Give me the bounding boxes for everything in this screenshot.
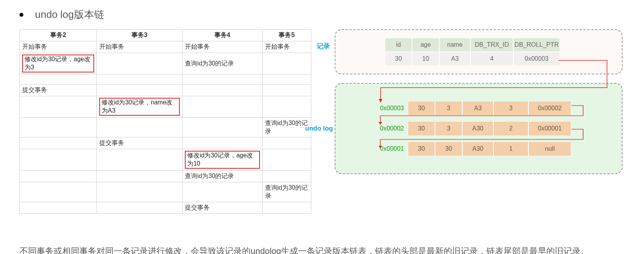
tx-cell xyxy=(20,182,97,202)
tx-cell: 开始事务 xyxy=(182,41,262,53)
undo-address: 0x00001 xyxy=(374,145,404,152)
tx-row: 提交事务 xyxy=(20,85,311,96)
undo-log-label: undo log xyxy=(305,125,333,132)
tx-row xyxy=(20,74,311,85)
tx-row: 查询id为30的记录 xyxy=(20,171,311,182)
undo-row: 0x00002303A3020x00001 xyxy=(374,121,613,136)
record-box: 记录 id age name DB_TRX_ID DB_ROLL_PTR 30 … xyxy=(335,29,623,74)
tx-cell: 查询id为30的记录 xyxy=(262,118,311,138)
tx-row: 修改id为30记录，age改为3查询id为30的记录 xyxy=(20,53,311,74)
tx-row: 修改id为30记录，name改为A3 xyxy=(20,96,311,118)
undo-cell: 3 xyxy=(435,121,462,136)
tx-cell: 查询id为30的记录 xyxy=(262,182,311,202)
tx-cell xyxy=(97,182,182,202)
tx-cell: 查询id为30的记录 xyxy=(182,53,262,74)
tx-cell xyxy=(20,138,97,149)
tx-cell: 开始事务 xyxy=(97,41,182,53)
undo-cell: 30 xyxy=(408,101,435,116)
tx-cell xyxy=(182,182,262,202)
bottom-paragraph: 不同事务或相同事务对同一条记录进行修改，会导致该记录的undolog生成一条记录… xyxy=(19,241,603,254)
rec-header-name: name xyxy=(439,38,470,52)
tx-cell xyxy=(97,85,182,96)
undo-cell: A30 xyxy=(462,121,493,136)
tx-cell xyxy=(182,85,262,96)
tx-cell xyxy=(262,138,311,149)
undo-cell: A30 xyxy=(462,141,493,156)
undo-row: 0x000013030A301null xyxy=(374,141,613,156)
tx-cell xyxy=(20,149,97,171)
tx-row: 修改id为30记录，age改为10 xyxy=(20,149,311,171)
bullet-icon xyxy=(19,13,23,17)
tx-cell xyxy=(20,96,97,118)
undo-address: 0x00002 xyxy=(374,125,404,132)
tx-cell xyxy=(20,171,97,182)
tx-cell xyxy=(262,149,311,171)
tx-cell: 提交事务 xyxy=(20,85,97,96)
rec-header-ptr: DB_ROLL_PTR xyxy=(513,38,560,52)
rec-val-ptr: 0x00003 xyxy=(513,52,560,66)
highlighted-action: 修改id为30记录，name改为A3 xyxy=(99,98,180,116)
rec-val-trx: 4 xyxy=(470,52,513,66)
page-title-row: undo log版本链 xyxy=(19,8,625,21)
tx-cell xyxy=(262,53,311,74)
tx-cell xyxy=(182,74,262,85)
rec-header-trx: DB_TRX_ID xyxy=(470,38,513,52)
tx-cell xyxy=(182,96,262,118)
tx-row: 查询id为30的记录 xyxy=(20,118,311,138)
undo-cell: 30 xyxy=(408,141,435,156)
rec-val-age: 10 xyxy=(412,52,439,66)
tx-cell: 修改id为30记录，age改为10 xyxy=(182,149,262,171)
undo-cell: 0x00001 xyxy=(528,121,571,136)
rec-val-id: 30 xyxy=(385,52,412,66)
undo-cell: 30 xyxy=(408,121,435,136)
highlighted-action: 修改id为30记录，age改为10 xyxy=(185,151,260,169)
tx-cell xyxy=(262,171,311,182)
tx-cell xyxy=(97,74,182,85)
tx-cell xyxy=(97,53,182,74)
undo-cell: 30 xyxy=(435,141,462,156)
tx-row: 提交事务 xyxy=(20,202,311,214)
tx-header: 事务5 xyxy=(262,30,311,41)
undo-cell: 1 xyxy=(493,141,528,156)
tx-cell: 提交事务 xyxy=(182,202,262,214)
main-area: 事务2 事务3 事务4 事务5 开始事务开始事务开始事务开始事务修改id为30记… xyxy=(19,29,625,214)
undo-cell: 0x00002 xyxy=(528,101,571,116)
rec-header-id: id xyxy=(385,38,412,52)
tx-cell xyxy=(97,202,182,214)
tx-cell xyxy=(20,118,97,138)
page-title: undo log版本链 xyxy=(35,8,104,21)
tx-cell xyxy=(262,202,311,214)
tx-cell: 查询id为30的记录 xyxy=(182,171,262,182)
tx-header: 事务2 xyxy=(20,30,97,41)
tx-cell xyxy=(182,118,262,138)
transaction-table: 事务2 事务3 事务4 事务5 开始事务开始事务开始事务开始事务修改id为30记… xyxy=(19,29,311,214)
undo-cell: A3 xyxy=(462,101,493,116)
tx-cell: 提交事务 xyxy=(97,138,182,149)
record-header-row: id age name DB_TRX_ID DB_ROLL_PTR xyxy=(385,38,613,52)
tx-cell xyxy=(262,74,311,85)
undo-cell: 3 xyxy=(493,101,528,116)
tx-cell: 修改id为30记录，name改为A3 xyxy=(97,96,182,118)
record-data-row: 30 10 A3 4 0x00003 xyxy=(385,52,613,66)
tx-row: 开始事务开始事务开始事务开始事务 xyxy=(20,41,311,53)
rec-val-name: A3 xyxy=(439,52,470,66)
tx-cell: 修改id为30记录，age改为3 xyxy=(20,53,97,74)
undo-cell: 3 xyxy=(435,101,462,116)
undo-row: 0x00003303A330x00002 xyxy=(374,101,613,116)
undo-cell: 2 xyxy=(493,121,528,136)
highlighted-action: 修改id为30记录，age改为3 xyxy=(22,55,94,72)
tx-cell xyxy=(97,171,182,182)
undo-cell: null xyxy=(528,141,571,156)
record-label: 记录 xyxy=(317,42,330,51)
tx-row: 查询id为30的记录 xyxy=(20,182,311,202)
tx-header: 事务3 xyxy=(97,30,182,41)
tx-cell xyxy=(97,118,182,138)
tx-cell xyxy=(262,85,311,96)
tx-cell: 开始事务 xyxy=(20,41,97,53)
diagram-column: 记录 id age name DB_TRX_ID DB_ROLL_PTR 30 … xyxy=(335,29,623,174)
tx-cell xyxy=(97,149,182,171)
tx-cell xyxy=(20,202,97,214)
tx-cell: 开始事务 xyxy=(262,41,311,53)
undo-address: 0x00003 xyxy=(374,105,404,112)
tx-cell xyxy=(20,74,97,85)
